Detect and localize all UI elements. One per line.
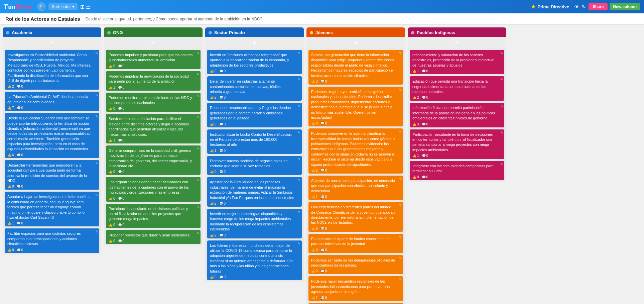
comment-button[interactable]: 💬0	[219, 96, 226, 99]
card-edit-button[interactable]: ✎	[399, 203, 402, 207]
card-edit-button[interactable]: ✎	[95, 114, 98, 118]
card-edit-button[interactable]: ✎	[298, 131, 300, 134]
comment-button[interactable]: 💬0	[219, 233, 226, 237]
comment-button[interactable]: 💬0	[118, 197, 125, 200]
comment-button[interactable]: 💬0	[118, 239, 125, 243]
like-button[interactable]: 👍2	[412, 96, 419, 99]
card-edit-button[interactable]: ✎	[95, 193, 98, 197]
comment-button[interactable]: 💬0	[320, 248, 327, 252]
like-button[interactable]: 👍0	[109, 170, 115, 174]
like-button[interactable]: 👍0	[109, 239, 115, 243]
like-button[interactable]: 👍0	[109, 64, 115, 68]
layout-grid-icon[interactable]: ⊞	[80, 4, 85, 10]
like-button[interactable]: 👍0	[311, 121, 318, 125]
card-edit-button[interactable]: ✎	[197, 205, 199, 209]
like-button[interactable]: 👍2	[311, 169, 318, 172]
like-button[interactable]: 👍0	[7, 248, 14, 252]
like-button[interactable]: 👍1	[109, 138, 115, 142]
card-edit-button[interactable]: ✎	[197, 147, 199, 150]
layout-menu-icon[interactable]: ☰	[86, 4, 91, 10]
like-button[interactable]: 👍0	[311, 227, 318, 230]
comment-button[interactable]: 💬0	[17, 185, 23, 188]
like-button[interactable]: 👍0	[109, 197, 115, 200]
comment-button[interactable]: 💬0	[118, 138, 125, 142]
comment-button[interactable]: 💬0	[320, 296, 327, 300]
comment-button[interactable]: 💬0	[118, 64, 125, 68]
like-button[interactable]: 👍1	[109, 86, 115, 89]
like-button[interactable]: 👍0	[109, 107, 115, 110]
card-edit-button[interactable]: ✎	[197, 115, 199, 119]
card-edit-button[interactable]: ✎	[399, 177, 402, 181]
comment-button[interactable]: 💬0	[422, 154, 428, 158]
card-edit-button[interactable]: ✎	[298, 104, 300, 108]
card-edit-button[interactable]: ✎	[500, 131, 503, 134]
like-button[interactable]: 👍2	[210, 202, 217, 205]
card-edit-button[interactable]: ✎	[298, 78, 300, 81]
comment-button[interactable]: 💬0	[320, 269, 327, 273]
like-button[interactable]: 👍2	[7, 85, 14, 88]
card-edit-button[interactable]: ✎	[298, 210, 300, 214]
comment-button[interactable]: 💬0	[219, 202, 226, 205]
add-card-button-indigenas[interactable]: +	[408, 37, 506, 48]
card-edit-button[interactable]: ✎	[95, 230, 98, 233]
comment-button[interactable]: 💬0	[17, 153, 23, 157]
comment-button[interactable]: 💬0	[320, 121, 327, 125]
comment-button[interactable]: 💬0	[219, 275, 226, 279]
like-button[interactable]: 👍1	[7, 221, 14, 225]
comment-button[interactable]: 💬0	[219, 170, 226, 174]
like-button[interactable]: 👍6	[7, 153, 14, 157]
card-edit-button[interactable]: ✎	[298, 178, 300, 182]
card-edit-button[interactable]: ✎	[399, 88, 402, 92]
comment-button[interactable]: 💬0	[320, 227, 327, 230]
card-edit-button[interactable]: ✎	[500, 162, 503, 166]
like-button[interactable]: 👍1	[210, 149, 217, 153]
comment-button[interactable]: 💬0	[118, 107, 125, 110]
add-card-button-ong[interactable]: +	[104, 37, 203, 48]
card-edit-button[interactable]: ✎	[197, 94, 199, 98]
add-card-button-sector-privado[interactable]: +	[205, 37, 304, 48]
like-button[interactable]: 👍0	[7, 185, 14, 188]
like-button[interactable]: 👍2	[210, 233, 217, 237]
add-card-button-academia[interactable]: +	[3, 37, 101, 48]
card-edit-button[interactable]: ✎	[197, 231, 199, 235]
like-button[interactable]: 👍1	[311, 296, 318, 300]
like-button[interactable]: 👍0	[109, 223, 115, 227]
comment-button[interactable]: 💬0	[118, 170, 125, 174]
like-button[interactable]: 👍0	[311, 269, 318, 273]
comment-button[interactable]: 💬0	[118, 86, 125, 89]
card-edit-button[interactable]: ✎	[399, 51, 402, 55]
comment-button[interactable]: 💬0	[219, 122, 226, 126]
like-button[interactable]: 👍0	[210, 69, 217, 73]
card-edit-button[interactable]: ✎	[298, 51, 300, 55]
like-button[interactable]: 👍0	[210, 122, 217, 126]
card-edit-button[interactable]: ✎	[399, 278, 402, 281]
add-card-button-jovenes[interactable]: +	[306, 37, 405, 48]
card-edit-button[interactable]: ✎	[500, 104, 503, 108]
sort-button[interactable]: Sort: order ▾	[48, 3, 78, 10]
card-edit-button[interactable]: ✎	[95, 51, 98, 55]
comment-button[interactable]: 💬0	[17, 106, 23, 110]
like-button[interactable]: 👍1	[412, 154, 419, 158]
like-button[interactable]: 👍0	[412, 175, 419, 179]
card-edit-button[interactable]: ✎	[95, 162, 98, 165]
comment-button[interactable]: 💬0	[320, 195, 327, 199]
comment-button[interactable]: 💬0	[422, 69, 428, 73]
like-button[interactable]: 👍3	[311, 80, 318, 83]
comment-button[interactable]: 💬0	[219, 69, 226, 73]
card-edit-button[interactable]: ✎	[399, 257, 402, 260]
comment-button[interactable]: 💬0	[422, 96, 428, 99]
card-edit-button[interactable]: ✎	[399, 235, 402, 239]
new-column-button[interactable]: New column	[610, 3, 640, 10]
card-edit-button[interactable]: ✎	[500, 51, 503, 55]
like-button[interactable]: 👍0	[311, 248, 318, 252]
comment-button[interactable]: 💬0	[422, 122, 428, 126]
comment-button[interactable]: 💬0	[422, 175, 428, 179]
card-edit-button[interactable]: ✎	[197, 51, 199, 55]
comment-button[interactable]: 💬0	[320, 169, 327, 172]
comment-button[interactable]: 💬0	[17, 248, 23, 252]
like-button[interactable]: 👍0	[210, 170, 217, 174]
card-edit-button[interactable]: ✎	[298, 157, 300, 161]
like-button[interactable]: 👍2	[210, 96, 217, 99]
like-button[interactable]: 👍1	[412, 69, 419, 73]
search-button[interactable]: 🔍	[37, 2, 46, 11]
